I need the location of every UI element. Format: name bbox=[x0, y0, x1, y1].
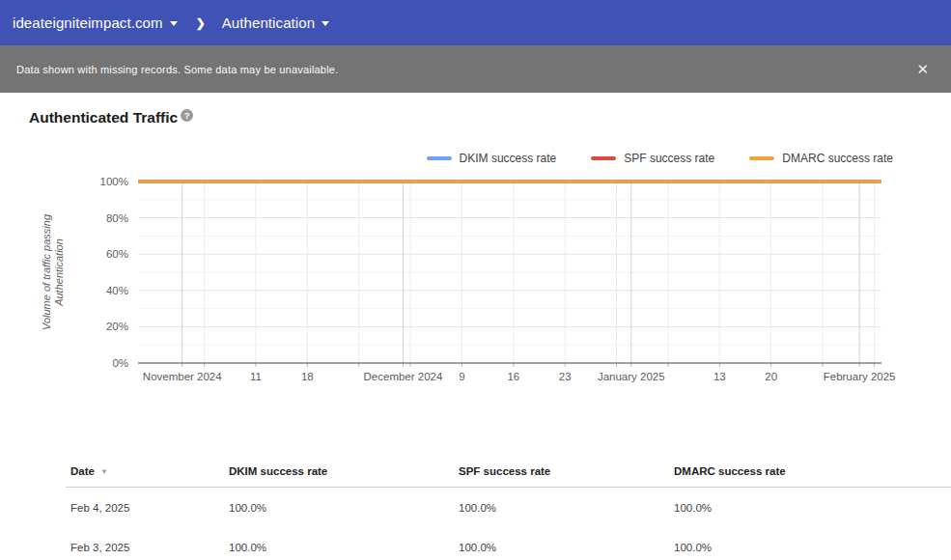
domain-label: ideateigniteimpact.com bbox=[13, 14, 163, 31]
auth-rates-table: Date ▼ DKIM success rate SPF success rat… bbox=[66, 456, 951, 560]
y-tick-label: 40% bbox=[106, 285, 128, 296]
y-tick-label: 100% bbox=[100, 176, 128, 187]
cell-date: Feb 3, 2025 bbox=[70, 542, 229, 553]
authenticated-traffic-chart: 0%20%40%60%80%100%November 20241118Decem… bbox=[0, 165, 951, 396]
cell-date: Feb 4, 2025 bbox=[70, 502, 229, 514]
x-tick-label: 13 bbox=[713, 371, 726, 382]
x-tick-label: 9 bbox=[459, 371, 464, 382]
legend-swatch-icon bbox=[591, 156, 616, 160]
table-header-dkim: DKIM success rate bbox=[229, 465, 459, 477]
chevron-down-icon bbox=[322, 21, 329, 26]
top-bar: ideateigniteimpact.com ❯ Authentication bbox=[0, 0, 951, 45]
page-title-row: Authenticated Traffic ? bbox=[29, 109, 951, 128]
y-axis-title: Volume of traffic passingAuthentication bbox=[41, 213, 65, 330]
y-tick-label: 80% bbox=[106, 212, 128, 224]
x-tick-label: 16 bbox=[507, 371, 519, 382]
cell-dmarc: 100.0% bbox=[674, 502, 951, 514]
cell-dmarc: 100.0% bbox=[674, 542, 951, 553]
legend-label: DKIM success rate bbox=[460, 152, 557, 165]
sort-descending-icon: ▼ bbox=[100, 467, 108, 476]
legend-item-spf: SPF success rate bbox=[591, 152, 714, 165]
y-tick-label: 60% bbox=[106, 248, 128, 260]
missing-data-banner: Data shown with missing records. Some da… bbox=[0, 45, 951, 93]
cell-dkim: 100.0% bbox=[229, 502, 459, 514]
help-icon[interactable]: ? bbox=[181, 109, 193, 122]
x-tick-label: 20 bbox=[765, 371, 777, 382]
legend-item-dmarc: DMARC success rate bbox=[749, 152, 893, 165]
table-header-row: Date ▼ DKIM success rate SPF success rat… bbox=[66, 456, 951, 488]
x-tick-label: 18 bbox=[301, 371, 314, 382]
table-body: Feb 4, 2025 100.0% 100.0% 100.0% Feb 3, … bbox=[66, 488, 951, 560]
table-header-spf: SPF success rate bbox=[459, 465, 674, 477]
table-header-dmarc: DMARC success rate bbox=[674, 465, 951, 477]
legend-swatch-icon bbox=[749, 156, 774, 160]
legend-item-dkim: DKIM success rate bbox=[427, 152, 557, 165]
chart-legend: DKIM success rateSPF success rateDMARC s… bbox=[0, 152, 951, 165]
table-header-date[interactable]: Date ▼ bbox=[70, 465, 229, 477]
chevron-down-icon bbox=[170, 21, 178, 26]
cell-spf: 100.0% bbox=[459, 542, 674, 553]
cell-dkim: 100.0% bbox=[229, 542, 459, 553]
x-tick-label: February 2025 bbox=[824, 371, 896, 382]
x-tick-label: November 2024 bbox=[143, 371, 222, 382]
chart-svg: 0%20%40%60%80%100%November 20241118Decem… bbox=[0, 165, 951, 392]
domain-dropdown[interactable]: ideateigniteimpact.com bbox=[13, 14, 178, 31]
section-dropdown[interactable]: Authentication bbox=[222, 14, 329, 31]
table-row: Feb 4, 2025 100.0% 100.0% 100.0% bbox=[66, 488, 951, 527]
banner-message: Data shown with missing records. Some da… bbox=[0, 64, 338, 75]
table-header-date-label: Date bbox=[70, 465, 95, 477]
cell-spf: 100.0% bbox=[459, 502, 674, 514]
section-label: Authentication bbox=[222, 14, 315, 31]
table-row: Feb 3, 2025 100.0% 100.0% 100.0% bbox=[66, 527, 951, 560]
y-tick-label: 20% bbox=[106, 321, 128, 332]
x-tick-label: 23 bbox=[559, 371, 572, 382]
x-tick-label: December 2024 bbox=[364, 371, 443, 382]
legend-label: DMARC success rate bbox=[782, 152, 893, 165]
legend-label: SPF success rate bbox=[624, 152, 714, 165]
breadcrumb-separator-icon: ❯ bbox=[196, 16, 206, 30]
x-tick-label: January 2025 bbox=[598, 371, 665, 382]
y-tick-label: 0% bbox=[112, 357, 128, 369]
x-tick-label: 11 bbox=[250, 371, 262, 382]
close-icon[interactable]: ✕ bbox=[916, 62, 929, 76]
legend-swatch-icon bbox=[427, 156, 452, 160]
page-title: Authenticated Traffic bbox=[29, 109, 178, 126]
